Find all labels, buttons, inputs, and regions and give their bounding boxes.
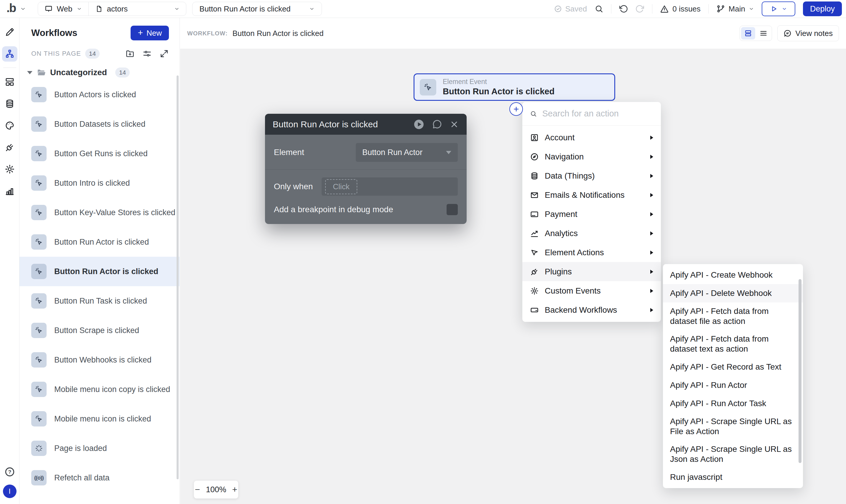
rail-item-design[interactable] <box>2 24 17 40</box>
rail-item-styles[interactable] <box>2 118 17 133</box>
menu-item-custom-events[interactable]: Custom Events <box>522 281 661 300</box>
add-folder-button[interactable] <box>125 49 135 58</box>
palette-icon <box>5 121 15 130</box>
branch-dropdown[interactable]: Main <box>716 4 754 14</box>
comment-button[interactable] <box>432 119 443 130</box>
list-item[interactable]: Button Get Runs is clicked <box>19 139 180 168</box>
search-icon <box>530 110 537 118</box>
workflow-selector-dropdown[interactable]: Button Run Actor is clicked <box>192 2 322 16</box>
page-dropdown[interactable]: actors <box>89 2 186 16</box>
pencil-icon <box>5 27 15 37</box>
submenu-item[interactable]: Apify API - Run Actor <box>663 376 803 394</box>
rail-item-data[interactable] <box>2 96 17 111</box>
dialog-header[interactable]: Button Run Actor is clicked <box>265 114 467 135</box>
zoom-out-button[interactable]: − <box>195 485 200 494</box>
canvas-area[interactable]: Element Event Button Run Actor is clicke… <box>180 49 846 504</box>
submenu-item[interactable]: Apify API - Get Record as Text <box>663 358 803 376</box>
filter-button[interactable] <box>142 49 152 58</box>
list-item[interactable]: ((o)) Refetch all data <box>19 463 180 492</box>
submenu-item[interactable]: Apify API - Fetch data from dataset text… <box>663 330 803 358</box>
divider <box>3 68 16 68</box>
menu-item-payment[interactable]: Payment <box>522 204 661 224</box>
list-view-toggle[interactable] <box>756 27 771 39</box>
view-toggle-group <box>740 26 772 41</box>
cursor-click-icon <box>31 293 47 309</box>
help-button[interactable]: ? <box>4 466 15 478</box>
cursor-click-icon <box>31 175 47 191</box>
run-event-button[interactable] <box>413 119 425 130</box>
add-action-button[interactable]: + <box>509 102 523 116</box>
expand-icon <box>160 49 169 58</box>
breakpoint-checkbox[interactable] <box>447 204 458 215</box>
expand-button[interactable] <box>160 49 169 58</box>
submenu-item[interactable]: Apify API - Scrape Single URL as File as… <box>663 413 803 440</box>
only-when-input[interactable]: Click <box>322 177 458 196</box>
submenu-item[interactable]: Run javascript <box>663 468 803 486</box>
new-workflow-button[interactable]: + New <box>130 26 169 40</box>
redo-button[interactable] <box>635 4 644 13</box>
submenu-item[interactable]: Apify API - Scrape Single URL as Json as… <box>663 440 803 468</box>
action-search-input[interactable] <box>542 109 653 119</box>
search-icon[interactable] <box>595 4 604 13</box>
submenu-item[interactable]: Apify API - Create Webhook <box>663 266 803 284</box>
rail-item-settings[interactable] <box>2 162 17 177</box>
divider <box>652 4 652 14</box>
card-view-toggle[interactable] <box>741 27 755 39</box>
menu-item-account[interactable]: Account <box>522 128 661 147</box>
element-label: Element <box>274 148 304 157</box>
avatar[interactable]: I <box>3 485 17 498</box>
rail-item-plugins[interactable] <box>2 140 17 155</box>
close-button[interactable] <box>450 120 459 129</box>
action-search-row <box>522 102 661 126</box>
app-logo[interactable]: .b <box>6 2 26 16</box>
saved-status: Saved <box>554 4 587 14</box>
divider <box>708 4 709 14</box>
rail-item-logs[interactable] <box>2 183 17 199</box>
only-when-placeholder-chip[interactable]: Click <box>325 179 357 194</box>
preview-run-button[interactable] <box>762 1 795 16</box>
menu-item-backend-workflows[interactable]: Backend Workflows <box>522 300 661 320</box>
chevron-down-icon <box>309 6 314 12</box>
submenu-item[interactable]: Apify API - Run Actor Task <box>663 394 803 413</box>
rail-item-components[interactable] <box>2 74 17 90</box>
list-item[interactable]: Button Run Task is clicked <box>19 286 180 316</box>
list-item[interactable]: Button Scrape is clicked <box>19 316 180 345</box>
submenu-item[interactable]: Apify API - Fetch data from dataset file… <box>663 302 803 330</box>
rail-item-workflows[interactable] <box>2 46 17 61</box>
menu-item-navigation[interactable]: Navigation <box>522 147 661 166</box>
issues-indicator[interactable]: 0 issues <box>660 4 700 14</box>
view-notes-button[interactable]: View notes <box>777 25 839 41</box>
element-value: Button Run Actor <box>362 148 422 157</box>
list-item[interactable]: Button Actors is clicked <box>19 80 180 109</box>
menu-item-data-things[interactable]: Data (Things) <box>522 166 661 185</box>
divider <box>611 4 611 14</box>
element-dropdown[interactable]: Button Run Actor <box>356 143 458 162</box>
workflows-panel: Workflows + New ON THIS PAGE 14 Uncatego… <box>19 18 180 504</box>
menu-item-analytics[interactable]: Analytics <box>522 224 661 243</box>
panel-scrollbar[interactable] <box>177 75 179 479</box>
list-item[interactable]: Mobile menu icon is clicked <box>19 404 180 434</box>
list-item[interactable]: Button Datasets is clicked <box>19 109 180 139</box>
submenu-item-highlighted[interactable]: Apify API - Delete Webhook <box>663 284 803 302</box>
folder-group-uncategorized[interactable]: Uncategorized 14 <box>19 68 180 77</box>
list-item[interactable]: Button Intro is clicked <box>19 168 180 198</box>
workflow-selector-label: Button Run Actor is clicked <box>200 4 291 14</box>
only-when-label: Only when <box>274 182 313 191</box>
menu-item-plugins[interactable]: Plugins <box>522 262 661 281</box>
platform-dropdown[interactable]: Web <box>38 2 88 16</box>
list-item[interactable]: Button Run Actor is clicked <box>19 227 180 257</box>
list-item[interactable]: Button Key-Value Stores is clicked <box>19 198 180 227</box>
event-node[interactable]: Element Event Button Run Actor is clicke… <box>414 73 615 101</box>
list-item[interactable]: Page is loaded <box>19 434 180 463</box>
list-item[interactable]: Button Webhooks is clicked <box>19 345 180 375</box>
menu-item-element-actions[interactable]: Element Actions <box>522 243 661 262</box>
submenu-scrollbar[interactable] <box>798 279 802 463</box>
undo-button[interactable] <box>619 4 628 13</box>
list-item-selected[interactable]: Button Run Actor is clicked <box>19 257 180 286</box>
menu-item-emails[interactable]: Emails & Notifications <box>522 185 661 204</box>
bubble-logo: .b <box>6 2 16 16</box>
list-item[interactable]: Mobile menu icon copy is clicked <box>19 375 180 404</box>
zoom-in-button[interactable]: + <box>232 485 238 494</box>
deploy-button[interactable]: Deploy <box>803 1 842 16</box>
zoom-level: 100% <box>206 485 226 494</box>
